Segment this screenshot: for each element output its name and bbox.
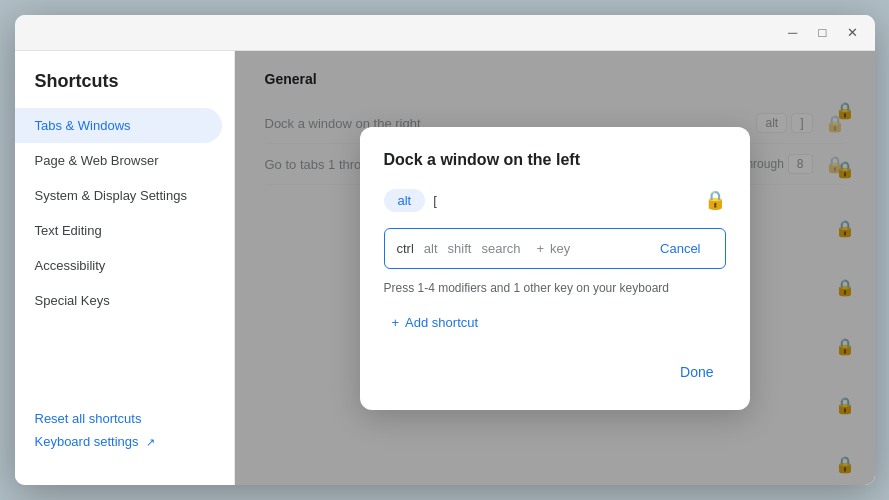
sidebar-item-special-keys[interactable]: Special Keys [15,283,222,318]
shortcut-input-row[interactable]: ctrl alt shift search + key Cancel [384,228,726,269]
sidebar-item-system-display[interactable]: System & Display Settings [15,178,222,213]
main-window: ─ □ ✕ Shortcuts Tabs & Windows Page & We… [15,15,875,485]
sidebar-item-text-editing[interactable]: Text Editing [15,213,222,248]
modal-footer: Done [384,358,726,386]
input-plus: + [536,241,544,256]
add-shortcut-label: Add shortcut [405,315,478,330]
modal-lock-icon: 🔒 [704,189,726,211]
keyboard-settings-link[interactable]: Keyboard settings ↗ [35,430,214,453]
sidebar-item-page-web-browser[interactable]: Page & Web Browser [15,143,222,178]
done-button[interactable]: Done [668,358,725,386]
external-link-icon: ↗ [146,436,155,449]
current-key-alt: alt [384,189,426,212]
close-button[interactable]: ✕ [839,19,867,47]
input-ctrl: ctrl [397,241,414,256]
input-search: search [481,241,520,256]
minimize-button[interactable]: ─ [779,19,807,47]
content-area: General Dock a window on the right alt ]… [235,51,875,485]
sidebar-item-accessibility[interactable]: Accessibility [15,248,222,283]
sidebar-title: Shortcuts [15,67,234,108]
main-content: Shortcuts Tabs & Windows Page & Web Brow… [15,51,875,485]
titlebar: ─ □ ✕ [15,15,875,51]
input-key-placeholder: key [550,241,648,256]
input-alt: alt [424,241,438,256]
input-shift: shift [448,241,472,256]
modal-overlay: Dock a window on the left alt [ 🔒 ctrl a… [235,51,875,485]
current-key-bracket: [ [433,193,703,208]
sidebar-nav: Tabs & Windows Page & Web Browser System… [15,108,234,391]
sidebar: Shortcuts Tabs & Windows Page & Web Brow… [15,51,235,485]
reset-shortcuts-link[interactable]: Reset all shortcuts [35,407,214,430]
modal-title: Dock a window on the left [384,151,726,169]
maximize-button[interactable]: □ [809,19,837,47]
modal-dialog: Dock a window on the left alt [ 🔒 ctrl a… [360,127,750,410]
current-shortcut-row: alt [ 🔒 [384,189,726,212]
add-shortcut-button[interactable]: + Add shortcut [384,311,487,334]
hint-text: Press 1-4 modifiers and 1 other key on y… [384,281,726,295]
cancel-button[interactable]: Cancel [648,235,712,262]
sidebar-item-tabs-windows[interactable]: Tabs & Windows [15,108,222,143]
sidebar-footer: Reset all shortcuts Keyboard settings ↗ [15,391,234,469]
add-icon: + [392,315,400,330]
